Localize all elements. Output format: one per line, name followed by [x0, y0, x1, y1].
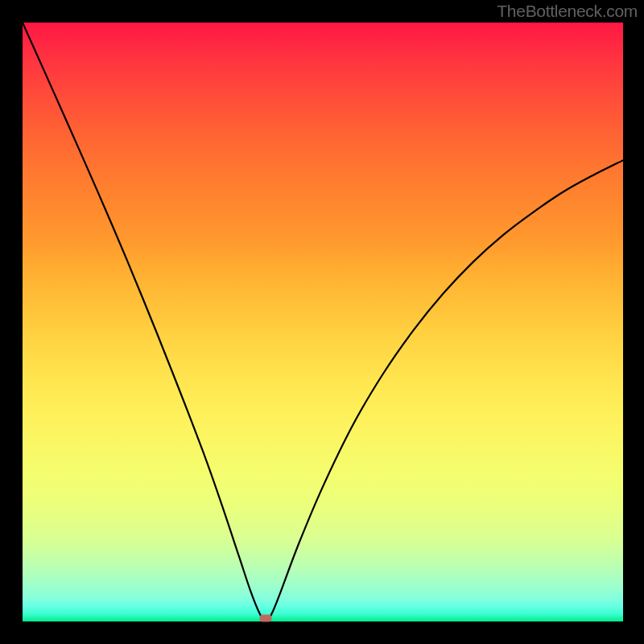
bottleneck-curve [23, 23, 623, 621]
curve-svg [23, 23, 623, 621]
watermark-text: TheBottleneck.com [497, 2, 638, 21]
minimum-marker [260, 615, 272, 622]
plot-area [23, 23, 623, 621]
